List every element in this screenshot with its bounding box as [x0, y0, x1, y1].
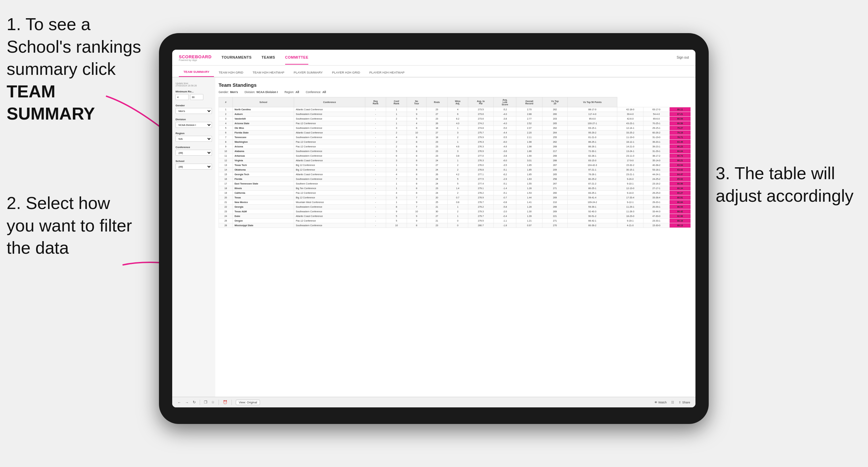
share-action-button[interactable]: ⇧ Share	[679, 401, 690, 404]
toolbar-separator-1	[200, 400, 200, 405]
col-avg-low: Avg.LowScore	[494, 97, 516, 107]
share-label: Share	[682, 401, 690, 404]
tab-team-summary[interactable]: TEAM SUMMARY	[179, 70, 214, 77]
bottom-toolbar: ← → ↻ ❐ ☆ ⏰ View: Original 👁 Watch ☷ ⇧ S…	[172, 397, 695, 407]
nav-committee[interactable]: COMMITTEE	[285, 51, 309, 65]
col-vs-top50: Vs Top 50 Points	[568, 97, 617, 107]
watch-button[interactable]: 👁 Watch	[654, 401, 666, 404]
col-no-tour: NoTour	[407, 97, 426, 107]
table-row: 15Georgia TechAtlantic Coast Conference-…	[219, 172, 691, 177]
instruction-step2: 2. Select how you want to filter the dat…	[7, 192, 132, 259]
school-select[interactable]: (All)	[176, 164, 212, 169]
table-row: 23Texas A&MSoutheastern Conference-91030…	[219, 209, 691, 214]
tablet-screen: SCOREBOARD Powered by clippi TOURNAMENTS…	[172, 50, 695, 407]
table-row: 16FloridaSoutheastern Conference-7924527…	[219, 177, 691, 182]
col-conf-rank: ConfRank	[386, 97, 407, 107]
instruction-step3: 3. The table will adjust accordingly	[716, 162, 861, 207]
nav-tournaments[interactable]: TOURNAMENTS	[222, 51, 252, 65]
tab-player-h2h-grid[interactable]: PLAYER H2H GRID	[327, 70, 365, 77]
filter-min-rank-label: Minimum Ro...	[176, 90, 212, 93]
table-row: 17East Tennessee StateSouthern Conferenc…	[219, 182, 691, 186]
watch-label: Watch	[658, 401, 666, 404]
conference-pill: Conference: All	[306, 90, 326, 94]
table-row: 20TexasBig 12 Conference-37200.7278.9-0.…	[219, 195, 691, 200]
table-row: 7TennesseeSoutheastern Conference-481822…	[219, 135, 691, 140]
table-row: 18IllinoisBig Ten Conference-18231.4279.…	[219, 186, 691, 191]
filter-min-rank: Minimum Ro...	[176, 90, 212, 100]
division-pill: Division: NCAA Division I	[244, 90, 278, 94]
logo-text: SCOREBOARD	[179, 54, 212, 59]
grid-icon-button[interactable]: ☷	[671, 401, 674, 404]
instruction-step2-text: 2. Select how you want to filter the dat…	[7, 193, 132, 257]
col-rank: #	[219, 97, 233, 107]
filters-panel: Update time: 27/03/2024 16:56:26 Minimum…	[172, 77, 215, 397]
eye-icon: 👁	[654, 401, 657, 404]
region-value: All	[296, 90, 299, 94]
table-row: 22GeorgiaSoutheastern Conference-8721127…	[219, 205, 691, 209]
sub-nav: TEAM SUMMARY TEAM H2H GRID TEAM H2H HEAT…	[172, 66, 695, 77]
conference-value: All	[322, 90, 326, 94]
tab-player-h2h-heatmap[interactable]: PLAYER H2H HEATMAP	[365, 70, 409, 77]
nav-links: TOURNAMENTS TEAMS COMMITTEE	[222, 51, 677, 65]
col-rnds: Rnds	[426, 97, 447, 107]
filter-gender-label: Gender	[176, 104, 212, 107]
col-conference: Conference	[294, 97, 365, 107]
share-icon[interactable]: ❐	[204, 400, 207, 404]
tab-team-h2h-heatmap[interactable]: TEAM H2H HEATMAP	[248, 70, 289, 77]
filter-conference-label: Conference	[176, 146, 212, 149]
filter-conference: Conference (All)	[176, 146, 212, 156]
filter-region-label: Region	[176, 132, 212, 135]
table-row: 2AuburnSoutheastern Conference-19276273.…	[219, 112, 691, 117]
filter-gender: Gender Men's	[176, 104, 212, 114]
table-body: 1North CarolinaAtlantic Coast Conference…	[219, 107, 691, 228]
division-select[interactable]: NCAA Division I	[176, 122, 212, 128]
table-row: 24DukeAtlantic Coast Conference-59271279…	[219, 214, 691, 219]
filter-school-label: School	[176, 160, 212, 163]
refresh-icon[interactable]: ↻	[193, 400, 196, 404]
table-row: 6Florida StateAtlantic Coast Conference-…	[219, 130, 691, 135]
table-row: 21New MexicoMountain West Conference-192…	[219, 200, 691, 205]
min-rank-input-1[interactable]	[176, 94, 189, 100]
top-nav: SCOREBOARD Powered by clippi TOURNAMENTS…	[172, 50, 695, 66]
col-reg-rank: RegRank	[365, 97, 386, 107]
col-wins: WinsAdj.	[447, 97, 468, 107]
min-rank-input-2[interactable]	[190, 94, 203, 100]
region-select[interactable]: N/A	[176, 136, 212, 142]
nav-teams[interactable]: TEAMS	[261, 51, 275, 65]
tab-player-summary[interactable]: PLAYER SUMMARY	[289, 70, 328, 77]
col-school: School	[233, 97, 294, 107]
gender-value: Men's	[230, 90, 238, 94]
toolbar-separator-2	[219, 400, 219, 405]
table-row: 13Texas TechBig 12 Conference-19272276.0…	[219, 163, 691, 167]
filter-division: Division NCAA Division I	[176, 118, 212, 128]
gender-select[interactable]: Men's	[176, 108, 212, 114]
table-row: 5Ole MissSoutheastern Conference-3618127…	[219, 126, 691, 130]
col-vs-top25: Vs Top25	[542, 97, 568, 107]
logo-sub: Powered by clippi	[179, 59, 212, 61]
table-title: Team Standings	[219, 82, 691, 88]
clock-icon[interactable]: ⏰	[223, 400, 227, 404]
col-overall: OverallRecord	[516, 97, 542, 107]
tablet-device: SCOREBOARD Powered by clippi TOURNAMENTS…	[159, 33, 709, 424]
table-row: 19CaliforniaPac-12 Conference-48242278.2…	[219, 191, 691, 195]
forward-icon[interactable]: →	[185, 400, 189, 404]
back-icon[interactable]: ←	[178, 400, 181, 404]
col-avg-par: Avg. toPar	[468, 97, 493, 107]
table-row: 4Arizona StatePac-12 Conference-14264.02…	[219, 121, 691, 126]
table-row: 10AlabamaSoutheastern Conference-5823327…	[219, 149, 691, 154]
bookmark-icon[interactable]: ☆	[211, 400, 215, 404]
table-row: 3VanderbiltSoutheastern Conference-25236…	[219, 117, 691, 121]
sign-out-button[interactable]: Sign out	[677, 56, 689, 59]
division-value: NCAA Division I	[257, 90, 278, 94]
view-original-button[interactable]: View: Original	[236, 400, 260, 405]
table-row: 25OregonPac-12 Conference-59210279.5-1.1…	[219, 219, 691, 223]
share-icon-2: ⇧	[679, 401, 681, 404]
table-row: 14OklahomaBig 12 Conference-28242278.8-5…	[219, 167, 691, 172]
instruction-step3-text: 3. The table will adjust accordingly	[716, 164, 854, 205]
table-area: Team Standings Gender: Men's Division: N…	[215, 77, 695, 397]
tab-team-h2h-grid[interactable]: TEAM H2H GRID	[214, 70, 248, 77]
conference-select[interactable]: (All)	[176, 150, 212, 156]
toolbar-separator-3	[231, 400, 232, 405]
gender-pill: Gender: Men's	[219, 90, 238, 94]
table-row: 12VirginiaAtlantic Coast Conference-3824…	[219, 158, 691, 163]
